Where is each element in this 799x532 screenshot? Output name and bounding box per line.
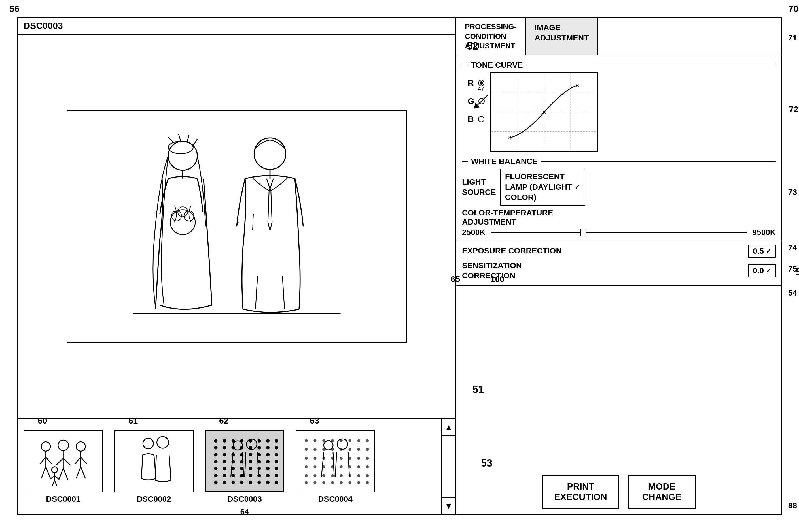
scroll-bar: ▲ ▼ (441, 419, 455, 514)
svg-point-143 (357, 474, 360, 477)
thumb-svg-2 (119, 434, 189, 488)
thumb-label-2: DSC0002 (137, 495, 171, 504)
thumb-box-1[interactable] (23, 430, 103, 492)
exposure-value-box[interactable]: 0.5 ✓ (748, 245, 776, 258)
tone-curve-title: TONE CURVE (468, 61, 526, 70)
svg-point-56 (222, 446, 226, 449)
svg-point-105 (305, 439, 308, 442)
svg-point-102 (275, 481, 278, 484)
svg-line-37 (81, 467, 85, 478)
radio-b[interactable] (478, 116, 484, 122)
label-73: 73 (788, 188, 797, 197)
svg-point-149 (340, 481, 342, 484)
slider-thumb[interactable] (580, 229, 586, 236)
thumb-svg-4 (301, 434, 370, 488)
svg-point-32 (76, 442, 85, 451)
svg-line-40 (51, 476, 54, 479)
svg-line-41 (54, 476, 58, 479)
svg-point-100 (257, 481, 261, 484)
thumb-box-2[interactable] (114, 430, 194, 492)
svg-point-120 (366, 448, 369, 451)
svg-point-93 (266, 474, 269, 477)
svg-point-48 (222, 439, 226, 442)
svg-point-26 (58, 440, 69, 451)
bottom-buttons: 65 100 PRINTEXECUTION MODECHANGE 54 88 (456, 285, 781, 514)
svg-point-89 (231, 474, 235, 477)
tab-bar: PROCESSING-CONDITIONADJUSTMENT IMAGEADJU… (456, 18, 781, 56)
svg-point-129 (305, 466, 308, 468)
thumb-item-4: 63 (296, 430, 375, 504)
sensitization-dropdown-icon[interactable]: ✓ (766, 267, 771, 274)
color-temp-slider[interactable] (491, 232, 747, 233)
light-source-dropdown[interactable]: FLUORESCENTLAMP (DAYLIGHTCOLOR) ✓ (500, 169, 585, 205)
svg-line-24 (41, 467, 46, 478)
radio-r[interactable] (478, 80, 484, 86)
svg-point-141 (340, 474, 342, 477)
rgb-row-g: G (468, 96, 485, 106)
label-60: 60 (38, 416, 47, 425)
tone-curve-inner: R G B (462, 73, 776, 152)
thumb-label-1: DSC0001 (46, 495, 80, 504)
svg-point-140 (331, 474, 334, 477)
curve-svg (491, 73, 597, 151)
rgb-row-b: B (468, 114, 485, 124)
svg-point-148 (331, 481, 334, 484)
svg-line-31 (63, 468, 68, 480)
svg-point-77 (266, 460, 269, 463)
tab-processing[interactable]: PROCESSING-CONDITIONADJUSTMENT (456, 18, 526, 55)
svg-point-110 (348, 439, 351, 442)
svg-line-25 (46, 467, 50, 478)
svg-point-54 (275, 439, 278, 442)
svg-point-127 (357, 457, 360, 459)
svg-point-87 (214, 474, 217, 477)
svg-point-128 (366, 457, 369, 459)
tone-curve-graph[interactable] (490, 73, 598, 152)
scroll-down-button[interactable]: ▼ (441, 497, 456, 514)
svg-line-15 (255, 276, 257, 309)
svg-line-16 (282, 276, 284, 309)
rgb-label-g: G (468, 96, 474, 106)
exposure-dropdown-icon[interactable]: ✓ (766, 248, 771, 254)
rgb-row-r: R (468, 78, 485, 88)
svg-point-1 (168, 141, 193, 154)
light-source-label: LIGHTSOURCE (462, 177, 496, 197)
scroll-up-button[interactable]: ▲ (441, 419, 456, 436)
svg-point-72 (222, 460, 226, 463)
svg-point-147 (322, 481, 325, 484)
main-image-area: 52 47 51 (18, 35, 455, 418)
svg-line-34 (75, 457, 81, 464)
thumb-box-3[interactable] (205, 430, 284, 492)
left-panel: 56 DSC0003 (17, 17, 456, 515)
rgb-label-b: B (468, 114, 474, 124)
svg-point-136 (366, 466, 369, 468)
svg-point-44 (143, 438, 153, 449)
color-temp-slider-row: 2500K 9500K (462, 228, 776, 237)
radio-g[interactable] (478, 98, 485, 104)
sensitization-value-box[interactable]: 0.0 ✓ (748, 264, 776, 277)
thumbnails-area: 60 (18, 418, 455, 514)
mode-change-button[interactable]: MODECHANGE (628, 475, 696, 509)
svg-point-97 (231, 481, 235, 484)
right-panel: 70 PROCESSING-CONDITIONADJUSTMENT IMAGEA… (456, 17, 782, 515)
svg-point-67 (249, 453, 252, 456)
svg-point-11 (254, 138, 286, 169)
svg-point-118 (348, 448, 351, 451)
svg-point-85 (266, 467, 269, 470)
svg-point-83 (249, 467, 252, 470)
svg-point-133 (340, 466, 342, 468)
svg-point-150 (348, 481, 351, 484)
label-71: 71 (788, 33, 797, 42)
light-source-row: LIGHTSOURCE FLUORESCENTLAMP (DAYLIGHTCOL… (462, 169, 776, 205)
rgb-controls: R G B (462, 73, 485, 124)
color-temp-label: COLOR-TEMPERATUREADJUSTMENT (462, 208, 776, 227)
tab-image-adjustment[interactable]: IMAGEADJUSTMENT (526, 18, 598, 56)
svg-point-121 (305, 457, 308, 459)
svg-point-75 (249, 460, 252, 463)
label-72: 72 (789, 104, 798, 114)
filename-bar: DSC0003 (18, 18, 455, 35)
thumb-item-3: 62 (205, 430, 284, 504)
thumb-box-4[interactable] (296, 430, 375, 492)
svg-line-23 (46, 457, 52, 464)
svg-point-63 (214, 453, 217, 456)
print-execution-button[interactable]: PRINTEXECUTION (542, 475, 619, 509)
